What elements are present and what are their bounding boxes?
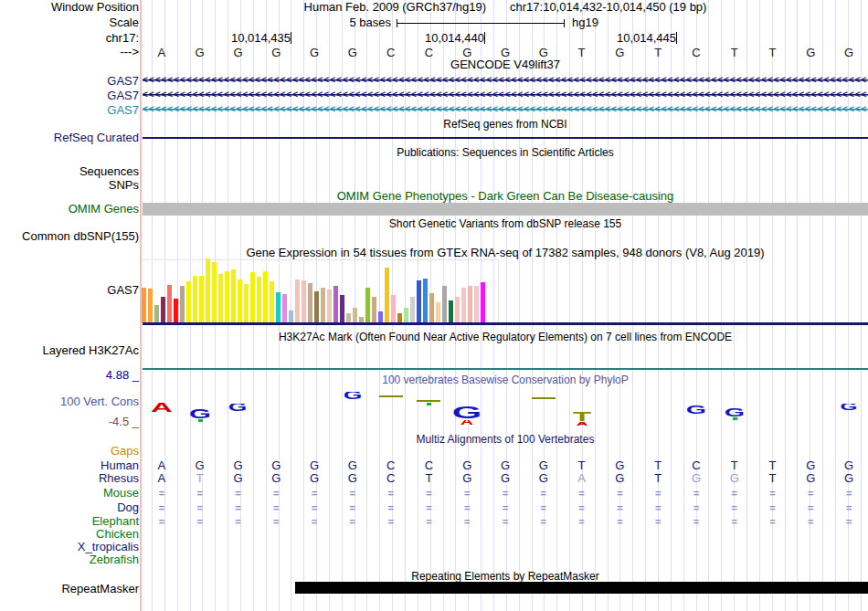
gtex-bar[interactable] bbox=[397, 313, 402, 322]
gtex-bar[interactable] bbox=[429, 293, 434, 322]
gtex-bar[interactable] bbox=[461, 288, 466, 322]
multiz-species-label[interactable]: Chicken bbox=[0, 528, 139, 541]
gtex-bar[interactable] bbox=[385, 268, 389, 322]
track-title-gencode[interactable]: GENCODE V49lift37 bbox=[143, 58, 868, 70]
gtex-bar[interactable] bbox=[263, 271, 268, 322]
gtex-bar[interactable] bbox=[244, 284, 249, 322]
gtex-bar[interactable] bbox=[250, 272, 255, 322]
gtex-bar[interactable] bbox=[321, 288, 325, 322]
gtex-bar[interactable] bbox=[295, 279, 300, 322]
alignment-base: G bbox=[186, 459, 214, 472]
gtex-bar[interactable] bbox=[333, 286, 338, 322]
gtex-bar[interactable] bbox=[449, 300, 453, 322]
track-title-omim[interactable]: OMIM Gene Phenotypes - Dark Green Can Be… bbox=[143, 190, 868, 202]
gtex-bar[interactable] bbox=[314, 291, 319, 322]
gtex-bar[interactable] bbox=[238, 279, 242, 322]
gtex-bar[interactable] bbox=[225, 271, 229, 322]
track-title-publications[interactable]: Publications: Sequences in Scientific Ar… bbox=[143, 147, 868, 159]
gtex-bar[interactable] bbox=[193, 276, 197, 322]
gtex-bar[interactable] bbox=[436, 302, 440, 322]
gtex-bar[interactable] bbox=[174, 299, 178, 322]
gtex-bar[interactable] bbox=[410, 297, 415, 322]
multiz-species-label[interactable]: X_tropicalis bbox=[0, 541, 139, 553]
gtex-bar[interactable] bbox=[391, 295, 396, 322]
gtex-bar[interactable] bbox=[340, 295, 344, 322]
gtex-bar[interactable] bbox=[455, 297, 460, 322]
track-title-h3k27ac[interactable]: H3K27Ac Mark (Often Found Near Active Re… bbox=[143, 332, 868, 343]
gas7-transcript[interactable]: <<<<<<<<<<<<<<<<<<<<<<<<<<<<<<<<<<<<<<<<… bbox=[143, 76, 868, 84]
refseq-gene-item[interactable] bbox=[143, 137, 868, 139]
gtex-bar[interactable] bbox=[423, 279, 428, 322]
gtex-bar[interactable] bbox=[257, 277, 261, 322]
multiz-species-label[interactable]: Elephant bbox=[0, 515, 139, 528]
track-label-repeatmasker[interactable]: RepeatMasker bbox=[0, 583, 139, 595]
gtex-bar[interactable] bbox=[404, 308, 408, 322]
omim-gene-bar[interactable] bbox=[143, 203, 868, 216]
alignment-gap-marker: = bbox=[530, 515, 557, 528]
gtex-bar[interactable] bbox=[212, 262, 217, 322]
gtex-bar[interactable] bbox=[270, 281, 274, 322]
alignment-gap-marker: = bbox=[492, 487, 519, 500]
track-label-snps[interactable]: SNPs bbox=[0, 179, 139, 192]
gtex-bar[interactable] bbox=[417, 280, 421, 322]
gtex-bar[interactable] bbox=[378, 311, 383, 322]
gas7-transcript[interactable]: <<<<<<<<<<<<<<<<<<<<<<<<<<<<<<<<<<<<<<<<… bbox=[143, 105, 868, 113]
gene-label-gas7[interactable]: GAS7 bbox=[0, 89, 139, 102]
track-label-common-dbsnp[interactable]: Common dbSNP(155) bbox=[0, 230, 139, 243]
gtex-bar[interactable] bbox=[282, 294, 287, 322]
gene-label-gas7[interactable]: GAS7 bbox=[0, 74, 139, 88]
gtex-bar[interactable] bbox=[148, 289, 153, 322]
gtex-bar[interactable] bbox=[474, 286, 479, 322]
track-label-sequences[interactable]: Sequences bbox=[0, 165, 139, 178]
conservation-logo-dash bbox=[417, 400, 440, 402]
gtex-bar[interactable] bbox=[167, 285, 172, 322]
multiz-species-label[interactable]: Mouse bbox=[0, 487, 139, 500]
gtex-bar[interactable] bbox=[206, 258, 210, 322]
gtex-bar[interactable] bbox=[327, 290, 332, 322]
track-title-gtex[interactable]: Gene Expression in 54 tissues from GTEx … bbox=[143, 247, 868, 258]
alignment-gap-marker: = bbox=[301, 487, 328, 500]
gtex-bar[interactable] bbox=[180, 286, 185, 322]
gtex-bar[interactable] bbox=[468, 286, 472, 322]
gtex-bar[interactable] bbox=[481, 282, 485, 322]
multiz-species-label[interactable]: Dog bbox=[0, 501, 139, 514]
track-title-multiz[interactable]: Multiz Alignments of 100 Vertebrates bbox=[143, 434, 868, 446]
repeatmasker-element-bar[interactable] bbox=[295, 582, 868, 594]
gtex-bar[interactable] bbox=[276, 292, 281, 322]
gtex-bar[interactable] bbox=[302, 280, 306, 322]
alignment-base: G bbox=[530, 472, 557, 485]
gtex-bar[interactable] bbox=[231, 269, 236, 322]
gtex-bar[interactable] bbox=[199, 276, 204, 322]
multiz-species-label[interactable]: Human bbox=[0, 459, 139, 472]
multiz-species-label[interactable]: Zebrafish bbox=[0, 553, 139, 566]
track-title-refseq[interactable]: RefSeq genes from NCBI bbox=[143, 119, 868, 131]
alignment-base: G bbox=[835, 472, 863, 485]
gtex-bar[interactable] bbox=[161, 297, 165, 322]
multiz-species-label[interactable]: Rhesus bbox=[0, 472, 139, 485]
gtex-bar[interactable] bbox=[289, 311, 293, 322]
track-title-dbsnp[interactable]: Short Genetic Variants from dbSNP releas… bbox=[143, 218, 868, 230]
track-label-h3k27ac[interactable]: Layered H3K27Ac bbox=[0, 344, 139, 357]
gtex-bar[interactable] bbox=[353, 308, 357, 322]
gene-label-gas7[interactable]: GAS7 bbox=[0, 103, 139, 117]
alignment-gap-marker: = bbox=[224, 515, 251, 528]
gtex-bar[interactable] bbox=[346, 313, 351, 322]
gtex-bar[interactable] bbox=[218, 274, 223, 322]
track-label-gtex-gas7[interactable]: GAS7 bbox=[0, 284, 139, 297]
gtex-bar[interactable] bbox=[442, 286, 447, 322]
gtex-bar[interactable] bbox=[365, 288, 370, 322]
gtex-bar[interactable] bbox=[372, 297, 376, 322]
gtex-bar[interactable] bbox=[142, 288, 146, 322]
gas7-transcript[interactable]: <<<<<<<<<<<<<<<<<<<<<<<<<<<<<<<<<<<<<<<<… bbox=[143, 90, 868, 99]
track-label-100-vert-cons[interactable]: 100 Vert. Cons bbox=[0, 395, 139, 408]
gtex-bar[interactable] bbox=[308, 283, 312, 322]
track-label-refseq-curated[interactable]: RefSeq Curated bbox=[0, 132, 139, 144]
alignment-gap-marker: = bbox=[224, 487, 251, 500]
gtex-bar[interactable] bbox=[154, 305, 159, 322]
track-title-conservation[interactable]: 100 vertebrates Basewise Conservation by… bbox=[143, 374, 868, 386]
alignment-gap-marker: = bbox=[339, 501, 366, 514]
track-label-omim-genes[interactable]: OMIM Genes bbox=[0, 203, 139, 216]
alignment-gap-marker: = bbox=[377, 501, 405, 514]
gtex-bar[interactable] bbox=[186, 281, 191, 322]
multiz-species-label[interactable]: Gaps bbox=[0, 445, 139, 458]
